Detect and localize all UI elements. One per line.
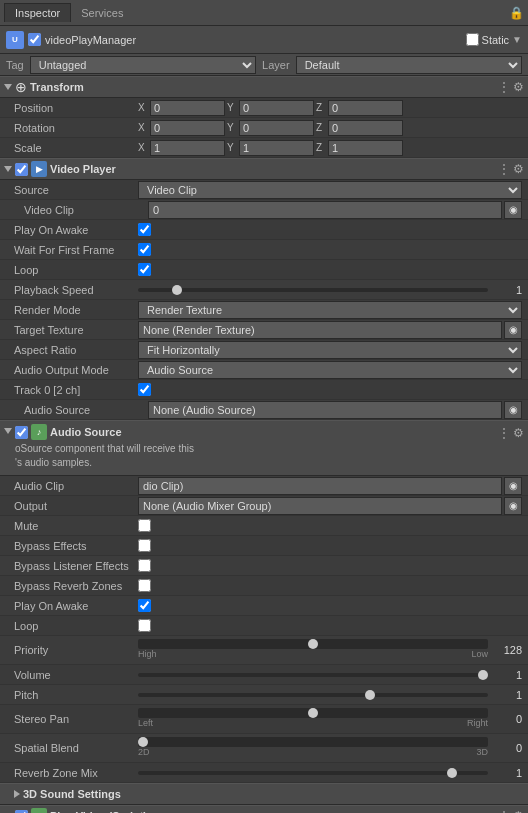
transform-settings-icon[interactable]: ⚙ xyxy=(513,80,524,94)
gameobject-name: videoPlayManager xyxy=(45,34,462,46)
stereopan-slider[interactable] xyxy=(138,708,488,718)
rotation-z-input[interactable] xyxy=(328,120,403,136)
layer-select[interactable]: Default xyxy=(296,56,522,74)
playbackspeed-slider[interactable] xyxy=(138,288,488,292)
output-field[interactable] xyxy=(138,497,502,515)
position-y-input[interactable] xyxy=(239,100,314,116)
playvideo-header[interactable]: C# Play Video (Script) ⋮ ⚙ xyxy=(0,805,528,813)
bypasslistener-label: Bypass Listener Effects xyxy=(14,560,134,572)
videoclip-picker[interactable]: ◉ xyxy=(504,201,522,219)
spatialblend-row: Spatial Blend 2D 3D 0 xyxy=(0,734,528,763)
mute-label: Mute xyxy=(14,520,134,532)
rendermode-dropdown[interactable]: Render Texture xyxy=(138,301,522,319)
static-dropdown-arrow[interactable]: ▼ xyxy=(512,34,522,45)
spatialblend-slider[interactable] xyxy=(138,737,488,747)
static-label: Static xyxy=(482,34,510,46)
scale-z-input[interactable] xyxy=(328,140,403,156)
track0-row: Track 0 [2 ch] xyxy=(0,380,528,400)
audiosource-vp-row: Audio Source ◉ xyxy=(0,400,528,420)
aspectratio-dropdown[interactable]: Fit Horizontally xyxy=(138,341,522,359)
audiosource-vp-picker[interactable]: ◉ xyxy=(504,401,522,419)
rotation-y-input[interactable] xyxy=(239,120,314,136)
mute-checkbox[interactable] xyxy=(138,519,151,532)
rendermode-value: Render Texture xyxy=(138,301,522,319)
audioclip-picker[interactable]: ◉ xyxy=(504,477,522,495)
position-z-input[interactable] xyxy=(328,100,403,116)
transform-header[interactable]: ⊕ Transform ⋮ ⚙ xyxy=(0,76,528,98)
loop-vp-row: Loop xyxy=(0,260,528,280)
bypasseffects-checkbox[interactable] xyxy=(138,539,151,552)
output-value: ◉ xyxy=(138,497,522,515)
track0-checkbox[interactable] xyxy=(138,383,151,396)
bypassreverb-checkbox[interactable] xyxy=(138,579,151,592)
audiosource-settings-icon[interactable]: ⚙ xyxy=(513,426,524,440)
position-x-input[interactable] xyxy=(150,100,225,116)
rotation-row: Rotation X Y Z xyxy=(0,118,528,138)
scale-x-input[interactable] xyxy=(150,140,225,156)
targettexture-picker[interactable]: ◉ xyxy=(504,321,522,339)
rotation-x-input[interactable] xyxy=(150,120,225,136)
videoplayer-menu-icon[interactable]: ⋮ xyxy=(498,162,510,176)
loop-vp-checkbox[interactable] xyxy=(138,263,151,276)
reverbzonemix-slider[interactable] xyxy=(138,771,488,775)
priority-val: 128 xyxy=(492,644,522,656)
playbackspeed-row: Playback Speed 1 xyxy=(0,280,528,300)
audiosource-enabled-checkbox[interactable] xyxy=(15,426,28,439)
transform-menu-icon[interactable]: ⋮ xyxy=(498,80,510,94)
playbackspeed-val: 1 xyxy=(492,284,522,296)
playvideo-settings-icon[interactable]: ⚙ xyxy=(513,809,524,813)
output-label: Output xyxy=(14,500,134,512)
soundsettings-header[interactable]: 3D Sound Settings xyxy=(0,783,528,805)
stereopan-right-label: Right xyxy=(467,718,488,728)
pitch-val: 1 xyxy=(492,689,522,701)
bypasslistener-checkbox[interactable] xyxy=(138,559,151,572)
playonawake-vp-checkbox[interactable] xyxy=(138,223,151,236)
waitforfirstframe-value xyxy=(138,243,522,256)
volume-slider[interactable] xyxy=(138,673,488,677)
audiosource-vp-field[interactable] xyxy=(148,401,502,419)
volume-row: Volume 1 xyxy=(0,665,528,685)
videoplayer-collapse-icon xyxy=(4,166,12,172)
aspectratio-label: Aspect Ratio xyxy=(14,344,134,356)
priority-high-label: High xyxy=(138,649,157,659)
output-picker[interactable]: ◉ xyxy=(504,497,522,515)
audiooutputmode-value: Audio Source xyxy=(138,361,522,379)
priority-slider[interactable] xyxy=(138,639,488,649)
static-checkbox[interactable] xyxy=(466,33,479,46)
loop-as-checkbox[interactable] xyxy=(138,619,151,632)
source-dropdown[interactable]: Video Clip xyxy=(138,181,522,199)
gameobject-active-checkbox[interactable] xyxy=(28,33,41,46)
videoclip-field[interactable] xyxy=(148,201,502,219)
priority-row: Priority High Low 128 xyxy=(0,636,528,665)
scale-x-label: X xyxy=(138,142,148,153)
targettexture-field[interactable] xyxy=(138,321,502,339)
playvideo-enabled-checkbox[interactable] xyxy=(15,810,28,814)
videoplayer-settings-icon[interactable]: ⚙ xyxy=(513,162,524,176)
transform-collapse-icon xyxy=(4,84,12,90)
playonawake-as-checkbox[interactable] xyxy=(138,599,151,612)
videoplayer-icon: ▶ xyxy=(31,161,47,177)
waitforfirstframe-checkbox[interactable] xyxy=(138,243,151,256)
audiooutputmode-dropdown[interactable]: Audio Source xyxy=(138,361,522,379)
audiosource-header[interactable]: ♪ Audio Source oSource component that wi… xyxy=(0,420,528,476)
lock-icon[interactable]: 🔒 xyxy=(509,6,524,20)
audioclip-field[interactable] xyxy=(138,477,502,495)
videoplayer-header[interactable]: ▶ Video Player ⋮ ⚙ xyxy=(0,158,528,180)
loop-vp-value xyxy=(138,263,522,276)
pitch-slider[interactable] xyxy=(138,693,488,697)
transform-title: Transform xyxy=(30,81,495,93)
bypassreverb-label: Bypass Reverb Zones xyxy=(14,580,134,592)
tab-inspector[interactable]: Inspector xyxy=(4,3,71,22)
tag-select[interactable]: Untagged xyxy=(30,56,256,74)
audiooutputmode-label: Audio Output Mode xyxy=(14,364,134,376)
scale-y-input[interactable] xyxy=(239,140,314,156)
audiosource-collapse-icon xyxy=(4,428,12,434)
audiosource-tooltip: oSource component that will receive this… xyxy=(15,440,495,472)
scale-row: Scale X Y Z xyxy=(0,138,528,158)
audiosource-menu-icon[interactable]: ⋮ xyxy=(498,426,510,440)
tab-services[interactable]: Services xyxy=(71,4,133,22)
stereopan-left-label: Left xyxy=(138,718,153,728)
playvideo-menu-icon[interactable]: ⋮ xyxy=(498,809,510,813)
videoplayer-enabled-checkbox[interactable] xyxy=(15,163,28,176)
mute-row: Mute xyxy=(0,516,528,536)
